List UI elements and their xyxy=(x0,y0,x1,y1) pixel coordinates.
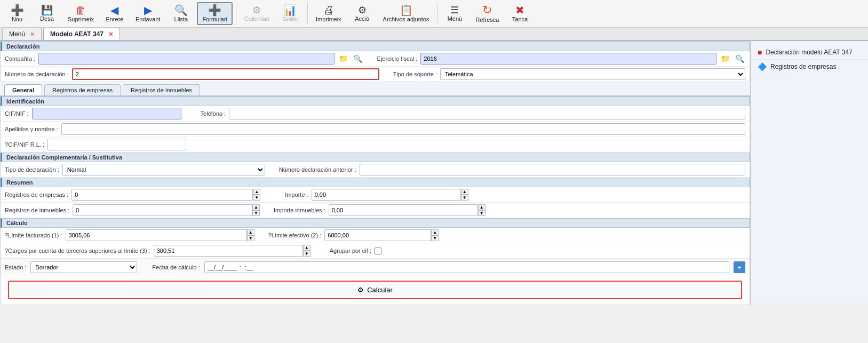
compania-label: Compañía : xyxy=(5,55,35,62)
accio-icon: ⚙ xyxy=(358,5,367,15)
calcular-button[interactable]: ⚙ Calcular xyxy=(8,281,742,299)
fecha-calculo-add-btn[interactable]: + xyxy=(734,261,745,273)
toolbar-formulari-button[interactable]: ➕ Formulari xyxy=(197,2,232,25)
resumen-header: Resumen xyxy=(1,178,750,187)
cifrl-input[interactable] xyxy=(47,139,186,150)
num-dec-anterior-input[interactable] xyxy=(360,164,745,176)
cargos-up-btn[interactable]: ▲ xyxy=(303,245,310,251)
apellidos-input[interactable] xyxy=(61,123,745,135)
tipo-declaracion-select[interactable]: Normal Complementaria Sustitutiva xyxy=(62,164,265,176)
enrere-icon: ◀ xyxy=(110,5,118,15)
agrupar-cif-checkbox[interactable] xyxy=(375,248,381,254)
importe-inmuebles-down-btn[interactable]: ▼ xyxy=(478,210,485,216)
compania-folder-icon[interactable]: 📁 xyxy=(338,53,349,64)
inner-tab-registros-empresas[interactable]: Registros de empresas xyxy=(44,84,121,95)
inner-tabs: General Registros de empresas Registros … xyxy=(0,82,750,97)
registros-inmuebles-label: Registros de inmuebles : xyxy=(5,207,69,213)
limite-facturado-input[interactable] xyxy=(66,229,247,241)
compania-search-icon[interactable]: 🔍 xyxy=(352,53,363,64)
ejercicio-search-icon[interactable]: 🔍 xyxy=(734,53,745,64)
tab-menu[interactable]: Menú ✕ xyxy=(2,28,42,40)
sidebar-item-declaracion[interactable]: ■ Declaración modelo AEAT 347 xyxy=(751,45,868,60)
ejercicio-folder-icon[interactable]: 📁 xyxy=(720,53,731,64)
arxius-icon: 📋 xyxy=(400,5,413,15)
toolbar-nou-button[interactable]: ➕ Nou xyxy=(3,3,31,25)
llista-icon: 🔍 xyxy=(174,5,188,15)
reg-inmuebles-up-btn[interactable]: ▲ xyxy=(252,204,260,210)
toolbar-menu-button[interactable]: ☰ Menú xyxy=(441,3,468,24)
agrupar-cif-label: Agrupar por cif : xyxy=(330,248,371,254)
tab-modelo[interactable]: Modelo AEAT 347 ✕ xyxy=(43,28,120,40)
toolbar-imprimeix-button[interactable]: 🖨 Imprimeix xyxy=(311,3,346,25)
toolbar-accio-button[interactable]: ⚙ Acció xyxy=(348,3,376,24)
calcular-container: ⚙ Calcular xyxy=(1,275,750,305)
importe-inmuebles-spinner-btns: ▲ ▼ xyxy=(478,204,485,216)
compania-input[interactable] xyxy=(38,53,335,65)
toolbar-endavant-button[interactable]: ▶ Endavant xyxy=(131,3,165,25)
toolbar-grafic-button[interactable]: 📊 Gràfic xyxy=(276,3,304,25)
importe-down-btn[interactable]: ▼ xyxy=(461,195,468,201)
estado-select[interactable]: Borrador Confirmado xyxy=(30,261,137,273)
nou-icon: ➕ xyxy=(11,5,24,15)
close-modelo-tab-icon[interactable]: ✕ xyxy=(108,31,113,38)
limite-facturado-spinner: ▲ ▼ xyxy=(66,229,254,241)
cif-input[interactable] xyxy=(32,108,181,119)
limite-efectivo-down-btn[interactable]: ▼ xyxy=(431,235,439,241)
identificacion-header: Identificación xyxy=(1,97,750,106)
close-menu-tab-icon[interactable]: ✕ xyxy=(30,31,35,38)
toolbar-separator-3 xyxy=(437,3,437,25)
general-tab-content: Identificación CIF/NIF : Teléfono : Apel… xyxy=(0,97,750,305)
inner-tab-general[interactable]: General xyxy=(4,84,42,95)
apellidos-label: Apellidos y nombre : xyxy=(5,126,58,132)
form-area: Declaración Compañía : 📁 🔍 Ejercicio fis… xyxy=(0,41,751,305)
tabbar: Menú ✕ Modelo AEAT 347 ✕ xyxy=(0,28,868,41)
grafic-icon: 📊 xyxy=(283,5,297,15)
toolbar-llista-button[interactable]: 🔍 Llista xyxy=(167,3,195,25)
toolbar-desa-button[interactable]: 💾 Desa xyxy=(33,3,61,24)
reg-empresas-up-btn[interactable]: ▲ xyxy=(253,189,260,195)
inner-tab-registros-inmuebles[interactable]: Registros de inmuebles xyxy=(123,84,200,95)
registros-inmuebles-input[interactable] xyxy=(73,204,252,216)
limite-efectivo-input[interactable] xyxy=(324,229,431,241)
cargos-spinner-btns: ▲ ▼ xyxy=(303,245,310,257)
cargos-label: ?Cargos por cuenta de terceros superiore… xyxy=(5,248,150,254)
importe-up-btn[interactable]: ▲ xyxy=(461,189,468,195)
toolbar-suprimeix-button[interactable]: 🗑 Suprimeix xyxy=(63,3,99,25)
importe-inmuebles-spinner: ▲ ▼ xyxy=(329,204,485,216)
tipo-soporte-select[interactable]: Telemática Papel Disquete xyxy=(440,68,745,80)
cargos-input[interactable] xyxy=(154,245,303,257)
limite-efectivo-spinner-btns: ▲ ▼ xyxy=(431,229,439,241)
registros-empresas-row: Registros de empresas : ▲ ▼ Importe : ▲ … xyxy=(1,187,750,203)
tipo-soporte-label: Tipo de soporte : xyxy=(393,71,437,77)
reg-empresas-down-btn[interactable]: ▼ xyxy=(253,195,260,201)
menu-icon: ☰ xyxy=(450,5,459,15)
limite-facturado-down-btn[interactable]: ▼ xyxy=(247,235,254,241)
telefono-input[interactable] xyxy=(229,108,745,119)
limite-efectivo-label: ?Límite efectivo (2) : xyxy=(268,232,322,238)
cargos-down-btn[interactable]: ▼ xyxy=(303,251,310,257)
num-declaracion-row: Número de declaración : Tipo de soporte … xyxy=(1,67,750,82)
reg-inmuebles-down-btn[interactable]: ▼ xyxy=(252,210,260,216)
limite-facturado-up-btn[interactable]: ▲ xyxy=(247,229,254,235)
estado-label: Estado : xyxy=(5,264,26,270)
limite-facturado-spinner-btns: ▲ ▼ xyxy=(247,229,254,241)
importe-inmuebles-up-btn[interactable]: ▲ xyxy=(478,204,485,210)
num-declaracion-input[interactable] xyxy=(72,68,379,80)
toolbar-enrere-button[interactable]: ◀ Enrere xyxy=(101,3,129,25)
cargos-spinner: ▲ ▼ xyxy=(154,245,310,257)
ejercicio-label: Ejercicio fiscal : xyxy=(377,55,418,62)
formulari-icon: ➕ xyxy=(208,5,221,15)
registros-empresas-input[interactable] xyxy=(71,189,253,201)
limite-efectivo-up-btn[interactable]: ▲ xyxy=(431,229,439,235)
toolbar-refresca-button[interactable]: ↻ Refresca xyxy=(471,2,504,25)
num-declaracion-label: Número de declaración : xyxy=(5,71,69,77)
toolbar-tanca-button[interactable]: ✖ Tanca xyxy=(506,3,533,25)
toolbar-calendari-button[interactable]: ⚙ Calendari xyxy=(240,3,274,24)
sidebar-item-registros[interactable]: 🔷 Registros de empresas xyxy=(751,60,868,74)
limite-row: ?Límite facturado (1) : ▲ ▼ ?Límite efec… xyxy=(1,228,750,243)
toolbar-arxius-button[interactable]: 📋 Archivos adjuntos xyxy=(378,3,434,25)
fecha-calculo-input[interactable] xyxy=(204,261,729,273)
importe-input[interactable] xyxy=(312,189,461,201)
ejercicio-input[interactable] xyxy=(420,53,716,65)
importe-inmuebles-input[interactable] xyxy=(329,204,478,216)
